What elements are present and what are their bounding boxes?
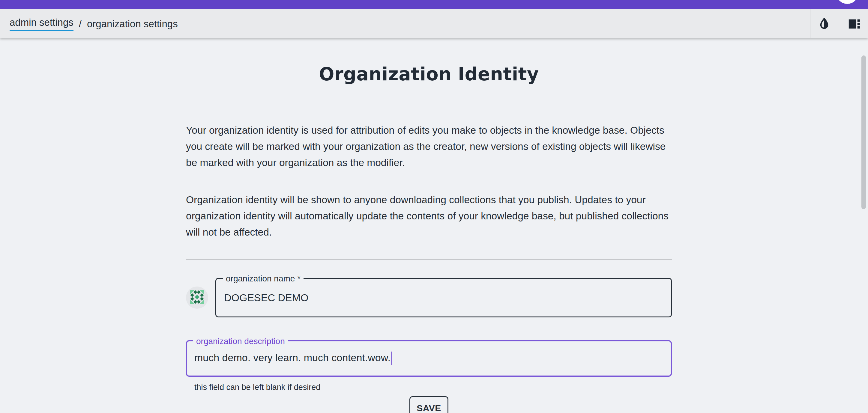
breadcrumb-link-admin-settings[interactable]: admin settings — [9, 17, 73, 31]
main-content: Organization Identity Your organization … — [0, 38, 868, 413]
breadcrumb-toolbar: admin settings / organization settings — [0, 9, 868, 38]
organization-name-label: organization name * — [223, 273, 304, 284]
invert-colors-icon — [817, 17, 831, 31]
breadcrumb-separator: / — [79, 18, 82, 30]
vertical-scrollbar-thumb[interactable] — [861, 56, 866, 209]
toggle-sidebar-button[interactable] — [846, 16, 862, 32]
breadcrumb-current-organization-settings: organization settings — [87, 18, 178, 30]
organization-avatar — [186, 286, 208, 309]
organization-description-text: much demo. very learn. much content.wow. — [194, 352, 391, 363]
view-sidebar-icon — [847, 17, 861, 31]
organization-name-field[interactable]: organization name * DOGESEC DEMO — [215, 278, 672, 317]
page-title: Organization Identity — [0, 64, 858, 84]
organization-description-field[interactable]: organization description much demo. very… — [186, 340, 672, 377]
save-button[interactable]: SAVE — [409, 396, 448, 413]
app-bar — [0, 0, 868, 9]
organization-description-label: organization description — [193, 336, 288, 347]
breadcrumb: admin settings / organization settings — [9, 17, 178, 31]
toolbar-actions — [810, 9, 868, 38]
organization-description-value: much demo. very learn. much content.wow. — [187, 351, 400, 365]
description-hint: this field can be left blank if desired — [194, 383, 672, 392]
intro-paragraph-1: Your organization identity is used for a… — [186, 122, 672, 171]
intro-paragraph-2: Organization identity will be shown to a… — [186, 192, 672, 240]
invert-colors-button[interactable] — [816, 16, 832, 32]
user-avatar[interactable] — [836, 0, 859, 4]
organization-identicon — [190, 290, 204, 305]
intro-text: Your organization identity is used for a… — [186, 122, 672, 240]
section-divider — [186, 259, 672, 260]
text-cursor-caret — [392, 351, 392, 365]
organization-name-value: DOGESEC DEMO — [216, 292, 316, 304]
organization-name-row: organization name * DOGESEC DEMO — [186, 278, 672, 317]
page: admin settings / organization settings — [0, 0, 868, 413]
